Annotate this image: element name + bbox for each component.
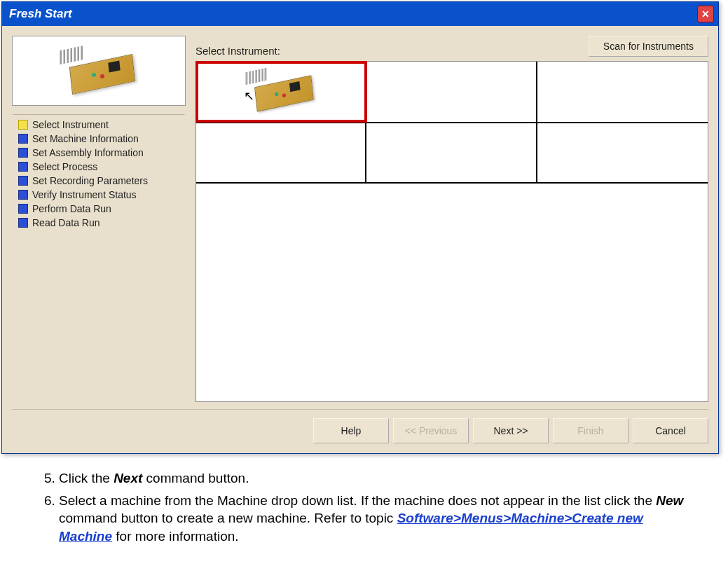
dialog-window: Fresh Start ✕	[1, 1, 719, 454]
step-label: Select Process	[32, 161, 97, 172]
bullet-icon	[18, 148, 28, 158]
next-button[interactable]: Next >>	[473, 418, 549, 443]
instrument-cell[interactable]	[537, 122, 708, 182]
right-header: Select Instrument: Scan for Instruments	[195, 36, 708, 61]
instruction-text: Click the Next command button. Select a …	[0, 455, 728, 564]
instrument-grid-panel: ↖	[195, 61, 708, 402]
select-instrument-label: Select Instrument:	[195, 45, 280, 57]
preview-panel	[12, 36, 186, 106]
left-column: Select Instrument Set Machine Informatio…	[12, 36, 186, 402]
previous-button[interactable]: << Previous	[393, 418, 469, 443]
step-label: Select Instrument	[32, 119, 109, 130]
right-column: Select Instrument: Scan for Instruments	[195, 36, 708, 402]
scan-for-instruments-button[interactable]: Scan for Instruments	[589, 36, 708, 57]
step-label: Set Machine Information	[32, 133, 139, 144]
cursor-icon: ↖	[244, 88, 254, 104]
main-area: Select Instrument Set Machine Informatio…	[12, 36, 708, 402]
cancel-button[interactable]: Cancel	[633, 418, 708, 443]
step-label: Perform Data Run	[32, 203, 111, 214]
titlebar[interactable]: Fresh Start ✕	[2, 2, 718, 26]
bold-text: Next	[114, 471, 142, 485]
finish-button[interactable]: Finish	[553, 418, 629, 443]
step-label: Verify Instrument Status	[32, 189, 137, 200]
bullet-icon	[18, 190, 28, 200]
step-label: Set Assembly Information	[32, 147, 144, 158]
help-button[interactable]: Help	[313, 418, 389, 443]
step-set-assembly-info[interactable]: Set Assembly Information	[15, 146, 182, 160]
wizard-step-list: Select Instrument Set Machine Informatio…	[12, 114, 186, 402]
step-label: Read Data Run	[32, 217, 100, 228]
step-label: Set Recording Parameters	[32, 175, 148, 186]
instrument-cell[interactable]	[537, 62, 708, 122]
step-verify-instrument-status[interactable]: Verify Instrument Status	[15, 188, 182, 202]
step-select-process[interactable]: Select Process	[15, 160, 182, 174]
bullet-icon	[18, 176, 28, 186]
dialog-body: Select Instrument Set Machine Informatio…	[2, 26, 718, 453]
step-perform-data-run[interactable]: Perform Data Run	[15, 202, 182, 216]
step-set-machine-info[interactable]: Set Machine Information	[15, 132, 182, 146]
instrument-cell[interactable]	[196, 122, 366, 182]
circuit-board-icon	[57, 46, 141, 95]
instruction-item: Select a machine from the Machine drop d…	[59, 492, 693, 546]
bold-text: New	[656, 493, 683, 508]
step-set-recording-params[interactable]: Set Recording Parameters	[15, 174, 182, 188]
bullet-icon	[18, 204, 28, 214]
step-read-data-run[interactable]: Read Data Run	[15, 216, 182, 230]
button-row: Help << Previous Next >> Finish Cancel	[12, 409, 708, 443]
window-title: Fresh Start	[9, 7, 72, 21]
instrument-grid: ↖	[196, 62, 708, 184]
bullet-icon	[18, 162, 28, 172]
instrument-cell[interactable]	[366, 62, 537, 122]
instrument-cell[interactable]	[366, 122, 537, 182]
bullet-icon	[18, 120, 28, 130]
instruction-item: Click the Next command button.	[59, 469, 693, 488]
bullet-icon	[18, 134, 28, 144]
close-icon[interactable]: ✕	[697, 6, 714, 22]
bullet-icon	[18, 218, 28, 228]
instrument-cell[interactable]: ↖	[196, 62, 366, 122]
step-select-instrument[interactable]: Select Instrument	[15, 118, 182, 132]
